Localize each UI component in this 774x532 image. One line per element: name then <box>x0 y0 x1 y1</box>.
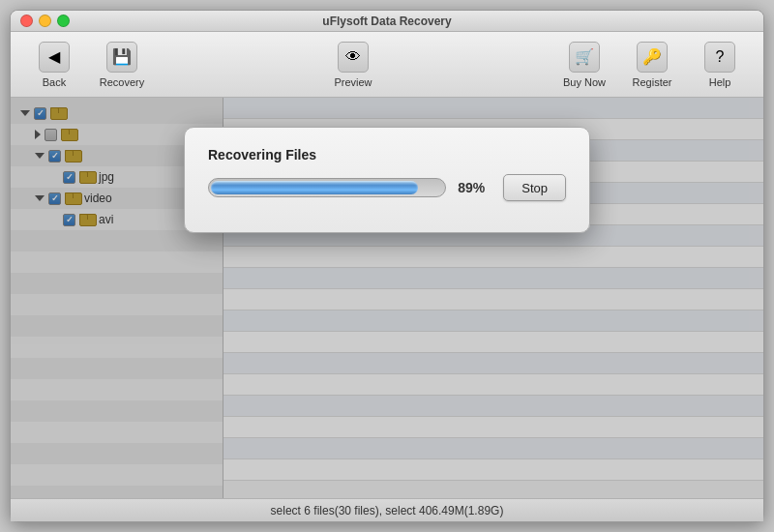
register-label: Register <box>633 76 672 88</box>
recovery-toolbar-item[interactable]: 💾 Recovery <box>88 38 156 92</box>
modal-title: Recovering Files <box>208 147 566 163</box>
progress-bar-fill <box>211 181 418 194</box>
statusbar: select 6 files(30 files), select 406.49M… <box>11 498 763 521</box>
recovery-icon: 💾 <box>106 42 137 73</box>
preview-icon: 👁 <box>338 42 369 73</box>
stop-button[interactable]: Stop <box>503 174 566 201</box>
preview-label: Preview <box>334 76 372 88</box>
back-icon: ◀ <box>39 42 70 73</box>
register-icon: 🔑 <box>637 42 668 73</box>
window-title: uFlysoft Data Recovery <box>322 15 451 28</box>
help-label: Help <box>709 76 731 88</box>
window-controls <box>20 15 70 27</box>
statusbar-text: select 6 files(30 files), select 406.49M… <box>271 504 504 517</box>
minimize-button[interactable] <box>39 15 51 27</box>
main-content: jpg video avi <box>11 98 763 498</box>
help-toolbar-item[interactable]: ? Help <box>686 38 754 92</box>
buy-now-toolbar-item[interactable]: 🛒 Buy Now <box>551 38 618 92</box>
modal-progress-row: 89% Stop <box>208 174 566 201</box>
toolbar-right: 🛒 Buy Now 🔑 Register ? Help <box>551 38 754 92</box>
buy-now-icon: 🛒 <box>569 42 600 73</box>
maximize-button[interactable] <box>57 15 70 27</box>
preview-toolbar-item[interactable]: 👁 Preview <box>319 38 387 92</box>
main-window: uFlysoft Data Recovery ◀ Back 💾 Recovery… <box>10 10 764 522</box>
titlebar: uFlysoft Data Recovery <box>11 11 763 32</box>
modal-overlay: Recovering Files 89% Stop <box>11 98 763 498</box>
register-toolbar-item[interactable]: 🔑 Register <box>618 38 686 92</box>
toolbar: ◀ Back 💾 Recovery 👁 Preview 🛒 Buy Now 🔑 … <box>11 32 763 98</box>
buy-now-label: Buy Now <box>563 76 606 88</box>
help-icon: ? <box>704 42 735 73</box>
progress-percent: 89% <box>458 180 491 195</box>
close-button[interactable] <box>20 15 33 27</box>
back-label: Back <box>43 76 66 88</box>
progress-bar-container <box>208 178 446 197</box>
recovery-label: Recovery <box>100 76 144 88</box>
recovery-progress-modal: Recovering Files 89% Stop <box>184 127 590 233</box>
back-toolbar-item[interactable]: ◀ Back <box>20 38 88 92</box>
